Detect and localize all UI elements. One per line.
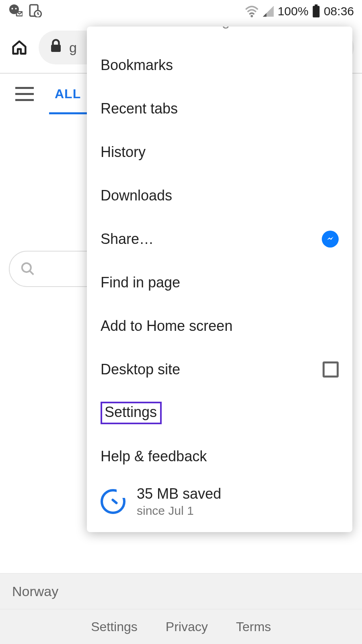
messenger-icon[interactable]: [322, 231, 339, 248]
footer-links: Settings Privacy Terms: [0, 609, 362, 644]
location-row: Norway: [0, 573, 362, 609]
svg-point-6: [251, 15, 253, 17]
menu-item-label: Downloads: [101, 187, 172, 204]
battery-icon: [312, 4, 321, 18]
svg-point-2: [12, 8, 13, 9]
battery-pct: 100%: [278, 4, 309, 18]
desktop-site-checkbox[interactable]: [323, 361, 339, 378]
hamburger-menu-icon[interactable]: [15, 84, 35, 104]
menu-item-recent-tabs[interactable]: Recent tabs: [87, 87, 352, 130]
wifi-icon: [245, 5, 259, 17]
menu-item-history[interactable]: History: [87, 130, 352, 174]
svg-line-11: [30, 271, 34, 275]
footer-terms[interactable]: Terms: [236, 619, 271, 634]
svg-rect-8: [315, 4, 318, 6]
data-saver-line2: since Jul 1: [137, 504, 221, 518]
menu-item-label: Share…: [101, 231, 154, 248]
svg-rect-7: [313, 6, 319, 17]
menu-item-label: Bookmarks: [101, 57, 173, 74]
svg-rect-9: [51, 45, 61, 52]
signal-icon: [262, 5, 274, 17]
footer-privacy[interactable]: Privacy: [166, 619, 208, 634]
status-left-icons: [8, 3, 42, 19]
menu-list: Bookmarks Recent tabs History Downloads …: [87, 27, 352, 525]
location-text: Norway: [12, 584, 58, 599]
home-button[interactable]: [8, 36, 31, 59]
menu-item-label: Find in page: [101, 274, 180, 291]
footer-settings[interactable]: Settings: [91, 619, 138, 634]
overflow-menu: New Incognito tab Bookmarks Recent tabs …: [87, 27, 352, 532]
lock-icon: [50, 39, 62, 56]
svg-point-10: [22, 263, 31, 272]
menu-item-label: Help & feedback: [101, 448, 207, 465]
svg-point-3: [15, 8, 17, 9]
sync-clock-icon: [28, 4, 42, 19]
menu-item-label: Add to Home screen: [101, 318, 232, 334]
menu-item-add-home-screen[interactable]: Add to Home screen: [87, 304, 352, 348]
menu-item-data-saver[interactable]: 35 MB saved since Jul 1: [87, 478, 352, 525]
menu-item-label: Desktop site: [101, 361, 180, 378]
menu-item-settings[interactable]: Settings: [87, 391, 352, 435]
address-text: g: [69, 40, 77, 56]
menu-item-desktop-site[interactable]: Desktop site: [87, 348, 352, 391]
chat-mail-icon: [8, 3, 23, 19]
menu-item-find-in-page[interactable]: Find in page: [87, 261, 352, 304]
menu-item-label: Settings: [101, 402, 162, 424]
data-saver-line1: 35 MB saved: [137, 485, 221, 502]
menu-item-label: Recent tabs: [101, 100, 178, 117]
search-icon: [20, 261, 35, 277]
menu-item-share[interactable]: Share…: [87, 217, 352, 261]
status-bar: 100% 08:36: [0, 0, 362, 22]
menu-item-bookmarks[interactable]: Bookmarks: [87, 43, 352, 87]
menu-item-label: History: [101, 144, 146, 161]
menu-item-help-feedback[interactable]: Help & feedback: [87, 435, 352, 478]
menu-item-downloads[interactable]: Downloads: [87, 174, 352, 217]
tab-all[interactable]: ALL: [51, 74, 84, 114]
status-right: 100% 08:36: [245, 4, 354, 18]
tab-all-label: ALL: [55, 87, 81, 101]
gauge-icon: [101, 489, 125, 514]
clock-time: 08:36: [324, 4, 354, 18]
